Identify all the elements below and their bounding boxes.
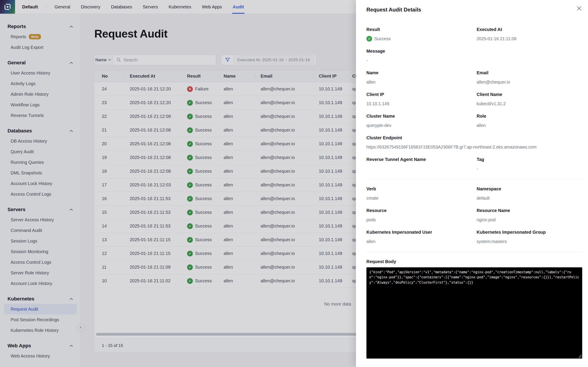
detail-field-value: - <box>366 58 582 63</box>
detail-field-label: Reverse Tunnel Agent Name <box>366 157 477 162</box>
drawer-title: Request Audit Details <box>366 7 582 13</box>
detail-field-label: Cluster Name <box>366 113 477 119</box>
detail-field-value: nginx-pod <box>477 217 582 223</box>
detail-field-label: Result <box>366 26 477 32</box>
detail-field-label: Resource Name <box>477 208 582 213</box>
detail-field-email: Emailallen@chequer.io <box>477 70 582 85</box>
detail-field-resource: Resourcepods <box>366 208 477 223</box>
detail-field-label: Resource <box>366 208 477 213</box>
section-divider <box>366 179 582 179</box>
detail-field-label: Client Name <box>477 92 582 97</box>
detail-field-client-name: Client Namekubectl/v1.31.2 <box>477 92 582 107</box>
detail-field-value: allen <box>366 79 477 85</box>
detail-field-value: kubectl/v1.31.2 <box>477 101 582 107</box>
detail-field-label: Kubernetes Impersonated User <box>366 229 477 235</box>
detail-field-cluster-name: Cluster Namequerypie-dev <box>366 113 477 128</box>
detail-field-value: allen <box>366 239 477 244</box>
detail-field-value: default <box>477 195 582 201</box>
detail-field-label: Verb <box>366 186 477 192</box>
detail-field-label: Name <box>366 70 477 76</box>
request-body-textarea[interactable]: {"kind":"Pod","apiVersion":"v1","metadat… <box>366 267 582 359</box>
detail-field-executed-at: Executed At2025-01-16 21:11:09 <box>477 26 582 42</box>
detail-field-label: Cluster Endpoint <box>366 135 582 141</box>
detail-field-value: create <box>366 195 477 201</box>
detail-field-label: Kubernetes Impersonated Group <box>477 229 582 235</box>
detail-field-tag: Tag- <box>477 157 582 172</box>
request-body-label: Request Body <box>366 259 582 264</box>
section-divider <box>366 252 582 252</box>
detail-field-verb: Verbcreate <box>366 186 477 201</box>
detail-field-label: Namespace <box>477 186 582 192</box>
detail-field-value <box>366 166 477 172</box>
detail-field-value: allen <box>477 123 582 128</box>
detail-field-cluster-endpoint: Cluster Endpointhttps://63267549156F1658… <box>366 135 582 150</box>
detail-field-client-ip: Client IP10.10.1.149 <box>366 92 477 107</box>
detail-field-label: Role <box>477 113 582 119</box>
detail-field-value-text: Success <box>374 36 391 42</box>
request-audit-details-drawer: Request Audit Details Result✓SuccessExec… <box>356 0 588 367</box>
detail-field-resource-name: Resource Namenginx-pod <box>477 208 582 223</box>
detail-field-value: 10.10.1.149 <box>366 101 477 107</box>
detail-field-value: querypie-dev <box>366 123 477 128</box>
close-button[interactable] <box>574 4 584 13</box>
detail-field-kubernetes-impersonated-group: Kubernetes Impersonated Groupsystem:mast… <box>477 229 582 244</box>
success-icon: ✓ <box>366 36 372 42</box>
detail-field-label: Message <box>366 48 582 54</box>
detail-field-label: Email <box>477 70 582 76</box>
detail-field-value: pods <box>366 217 477 223</box>
detail-field-result: Result✓Success <box>366 26 477 42</box>
detail-field-label: Client IP <box>366 92 477 97</box>
detail-field-label: Tag <box>477 157 582 162</box>
detail-field-value: ✓Success <box>366 36 477 42</box>
detail-field-name: Nameallen <box>366 70 477 85</box>
request-body-wrap: {"kind":"Pod","apiVersion":"v1","metadat… <box>366 267 582 359</box>
detail-field-message: Message- <box>366 48 582 63</box>
detail-field-kubernetes-impersonated-user: Kubernetes Impersonated Userallen <box>366 229 477 244</box>
detail-field-reverse-tunnel-agent-name: Reverse Tunnel Agent Name <box>366 157 477 172</box>
detail-field-role: Roleallen <box>477 113 582 128</box>
detail-field-value: https://63267549156F16581F15E053A2306F7B… <box>366 144 582 150</box>
detail-field-value: allen@chequer.io <box>477 79 582 85</box>
close-icon <box>576 6 582 11</box>
detail-field-value: - <box>477 166 582 172</box>
detail-field-label: Executed At <box>477 26 582 32</box>
detail-field-value: system:masters <box>477 239 582 244</box>
detail-field-value: 2025-01-16 21:11:09 <box>477 36 582 42</box>
app-screen: Default GeneralDiscoveryDatabasesServers… <box>0 0 588 367</box>
detail-field-namespace: Namespacedefault <box>477 186 582 201</box>
